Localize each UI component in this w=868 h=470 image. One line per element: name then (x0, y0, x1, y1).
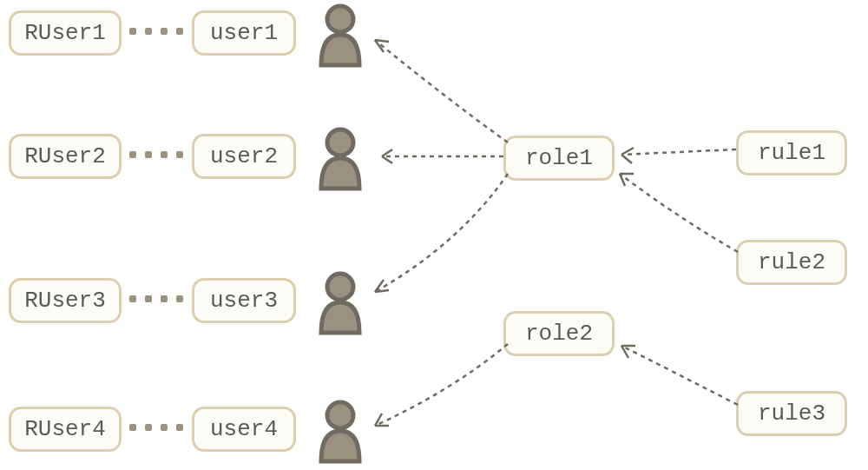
user-label: user1 (210, 20, 278, 46)
user-label: user4 (210, 416, 278, 442)
ruser-node: RUser3 (9, 278, 122, 323)
role-label: role1 (525, 145, 593, 171)
svg-point-0 (327, 6, 353, 32)
ruser-label: RUser2 (24, 143, 106, 169)
rule-node: rule3 (736, 391, 847, 436)
ruser-node: RUser4 (9, 407, 122, 452)
svg-point-3 (327, 402, 353, 428)
ruser-node: RUser1 (9, 10, 122, 56)
user-node: user3 (192, 278, 296, 323)
user-label: user3 (210, 288, 278, 314)
rule-node: rule1 (736, 130, 847, 175)
rule-label: rule2 (758, 249, 825, 275)
svg-point-1 (327, 129, 353, 156)
role-label: role2 (525, 321, 593, 347)
person-icon (312, 396, 368, 466)
rule-node: rule2 (736, 240, 847, 285)
ruser-label: RUser1 (24, 20, 106, 46)
rule-label: rule1 (758, 140, 825, 166)
person-icon (312, 0, 368, 70)
ruser-node: RUser2 (9, 134, 122, 179)
role-node: role1 (503, 136, 615, 181)
user-label: user2 (210, 143, 278, 169)
user-node: user1 (192, 10, 296, 56)
person-icon (312, 123, 368, 193)
person-icon (312, 268, 368, 337)
svg-point-2 (327, 274, 353, 300)
dots-connector (129, 28, 183, 35)
user-node: user2 (192, 134, 296, 179)
dots-connector (129, 295, 183, 302)
rule-label: rule3 (758, 400, 825, 427)
ruser-label: RUser4 (24, 416, 106, 442)
ruser-label: RUser3 (24, 288, 106, 314)
dots-connector (129, 424, 183, 431)
user-node: user4 (192, 407, 296, 452)
dots-connector (129, 151, 183, 158)
role-node: role2 (503, 311, 615, 356)
